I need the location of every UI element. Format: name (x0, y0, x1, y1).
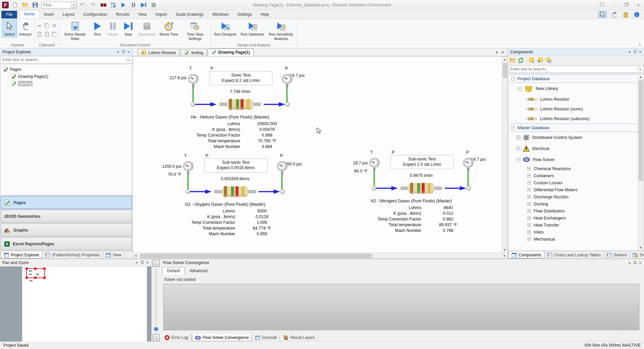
close-panel-icon[interactable]: ✕ (146, 261, 149, 264)
tab-results[interactable]: Results (112, 11, 134, 18)
reset-time-button[interactable]: Reset Time (158, 19, 180, 37)
tab-windows[interactable]: Windows (208, 11, 233, 18)
test-note-box[interactable]: Sub-sonic Test Expect 0.0015 lbm/s (204, 158, 267, 172)
tree-item-electrical[interactable]: + Electrical (508, 143, 638, 154)
paste-special-button[interactable] (45, 32, 49, 38)
components-search[interactable] (508, 65, 644, 73)
nav-button-geometries[interactable]: 2D/3D Geometries (1, 210, 132, 223)
vertical-scroll-thumb[interactable] (639, 80, 643, 181)
lohms-resistor-component[interactable] (398, 182, 445, 195)
inlet-gauge-icon[interactable] (187, 73, 199, 89)
scroll-left-button[interactable]: ◄ (133, 253, 139, 259)
expand-icon[interactable]: + (517, 136, 520, 139)
dock-tab-properties[interactable]: (FolderInfoImpl) Properties (42, 251, 103, 258)
close-document-button[interactable]: ✕ (501, 50, 504, 55)
components-scrollbar[interactable]: ▲ ▼ (638, 74, 643, 250)
minimize-button[interactable]: – (610, 3, 618, 7)
find-input[interactable] (42, 3, 71, 7)
report-button[interactable] (110, 1, 117, 9)
inlet-gauge-icon[interactable] (182, 160, 194, 176)
run-button[interactable]: Run (90, 19, 105, 37)
tree-section-master-database[interactable]: − Master Database (508, 123, 638, 132)
tree-item-inlets[interactable]: +Inlets (508, 229, 638, 236)
close-panel-icon[interactable]: ✕ (127, 50, 130, 54)
flow-node[interactable] (191, 102, 195, 107)
collapse-icon[interactable]: − (511, 126, 515, 130)
pin-icon[interactable] (141, 261, 143, 264)
run-sensitivity-button[interactable]: Run Sensitivity Analysis (266, 19, 296, 41)
select-button[interactable]: Select (2, 19, 17, 37)
tab-insert[interactable]: Insert (39, 11, 58, 18)
cut-button[interactable]: ✂ (37, 23, 42, 29)
tab-layout[interactable]: Layout (58, 11, 79, 18)
outlet-gauge-icon[interactable] (276, 160, 288, 176)
tab-home[interactable]: Home (19, 10, 39, 18)
flownex-logo-icon[interactable]: F (2, 2, 9, 8)
find-dropdown-arrow[interactable]: ▾ (71, 2, 76, 8)
run-designer-button[interactable]: Run Designer (212, 19, 238, 37)
nav-button-graphs[interactable]: Graphs (1, 223, 132, 237)
project-explorer-search-input[interactable] (1, 57, 126, 62)
collapse-icon[interactable]: − (518, 87, 522, 91)
tree-item-distributed-control-system[interactable]: + Distributed Control System (508, 132, 638, 143)
tree-item-mechanical[interactable]: +Mechanical (508, 236, 638, 243)
project-explorer-search[interactable] (0, 56, 132, 63)
panel-expand-button[interactable] (598, 3, 606, 7)
test-note-box[interactable]: Sonic Test Expect 8.2 std L/min (209, 71, 272, 85)
search-binoculars-button[interactable] (100, 1, 107, 9)
tab-configuration[interactable]: Configuration (79, 11, 111, 18)
new-document-button[interactable] (11, 1, 19, 9)
select-mode-button[interactable] (598, 11, 606, 18)
expand-icon[interactable]: + (517, 147, 520, 150)
lohms-resistor-component[interactable] (217, 98, 264, 111)
tree-item-ducting[interactable]: +Ducting (508, 200, 638, 207)
time-step-settings-button[interactable]: Time Step Settings (180, 19, 210, 41)
solve-steady-state-button[interactable]: Solve Steady State (60, 19, 90, 41)
tab-scale-drawings[interactable]: Scale Drawings (171, 11, 208, 18)
dock-tab-error-log[interactable]: Error Log (162, 334, 191, 341)
doc-tab-testing[interactable]: testing (180, 49, 207, 56)
scroll-down-button[interactable]: ▼ (502, 247, 508, 253)
tree-item-heat-exchangers[interactable]: +Heat Exchangers (508, 214, 638, 221)
stop-quick-button[interactable] (150, 1, 157, 9)
nav-button-excel-reports[interactable]: X Excel Reports/Pages (1, 237, 132, 250)
panel-menu-icon[interactable]: ▾ (136, 261, 138, 264)
outlet-gauge-icon[interactable] (281, 73, 293, 89)
vertical-scroll-thumb[interactable] (503, 63, 507, 78)
tab-view[interactable]: View (134, 11, 151, 18)
drawing-canvas[interactable]: T P P 217.6 psi 14.7 psi Sonic Test (133, 56, 502, 253)
scroll-down-button[interactable]: ▼ (638, 245, 644, 250)
add-database-button[interactable]: + (529, 57, 535, 63)
collapse-ribbon-button[interactable]: ˄ (639, 43, 641, 47)
pin-icon[interactable] (634, 50, 636, 54)
flow-node[interactable] (372, 186, 376, 191)
dock-tab-project-explorer[interactable]: Project Explorer (1, 251, 42, 258)
panel-menu-icon[interactable]: ▾ (117, 50, 119, 54)
run-quick-button[interactable] (120, 1, 127, 9)
tab-advanced[interactable]: Advanced (185, 267, 212, 275)
flow-node[interactable] (185, 189, 190, 194)
deactivate-button[interactable]: Deactivate (136, 19, 158, 37)
interact-button[interactable]: Interact (17, 19, 34, 37)
inlet-gauge-icon[interactable] (368, 157, 380, 172)
doc-tab-drawing-page[interactable]: Drawing Page(1) (208, 48, 254, 56)
panel-menu-icon[interactable]: ▾ (629, 261, 631, 265)
tab-settings[interactable]: Settings (233, 11, 256, 18)
outlet-gauge-icon[interactable] (462, 157, 474, 172)
tree-item-testing[interactable]: testing (1, 80, 131, 87)
tab-file[interactable]: File (1, 11, 17, 18)
tree-item-heat-transfer[interactable]: +Heat Transfer (508, 221, 638, 229)
pause-quick-button[interactable] (130, 1, 137, 9)
step-button[interactable]: Step (121, 19, 136, 37)
tab-default[interactable]: Default (162, 267, 185, 275)
tree-item-flow-solver[interactable]: − Flow Solver (508, 154, 638, 165)
components-search-input[interactable] (508, 67, 637, 71)
canvas-vertical-scrollbar[interactable]: ▲ ▼ (502, 56, 507, 253)
step-quick-button[interactable] (140, 1, 147, 9)
test-note-box[interactable]: Sub-sonic Test Expect 1.0 std L/min (390, 155, 453, 169)
panel-menu-icon[interactable]: ▾ (629, 50, 631, 54)
zoom-slider-thumb[interactable] (154, 328, 158, 331)
tree-item-drawing-page[interactable]: ✕+ Drawing Page(1) (1, 73, 131, 80)
dock-tab-charts-lookup[interactable]: Charts and Lookup Tables (544, 251, 604, 258)
dock-tab-view[interactable]: View (103, 251, 124, 258)
